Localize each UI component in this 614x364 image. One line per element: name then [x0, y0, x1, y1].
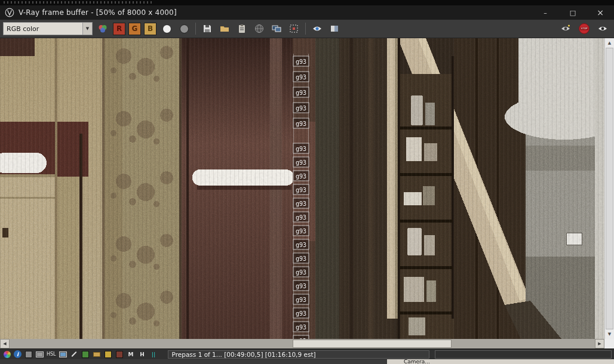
letter-h-icon[interactable]: H: [138, 350, 147, 359]
color-wheel-glyph: [4, 351, 11, 358]
window-controls: – □ ×: [532, 5, 614, 20]
bucket-label: g93: [296, 283, 306, 289]
color-circles-icon: [97, 23, 108, 34]
letter-m-icon[interactable]: M: [127, 350, 136, 359]
eye-icon: [597, 23, 608, 34]
eye-star-icon: [560, 23, 571, 34]
gray-circle-icon: [180, 24, 189, 33]
copy-to-clipboard-button[interactable]: [235, 21, 249, 36]
panel-icon: [329, 23, 340, 34]
bucket-label: g93: [296, 74, 306, 81]
yellow-swatch-glyph: [105, 351, 112, 358]
color-clamp-button[interactable]: [310, 21, 324, 36]
track-mouse-button[interactable]: [252, 21, 266, 36]
bucket-label: g93: [296, 173, 306, 180]
vertical-scroll-thumb[interactable]: [606, 48, 613, 329]
toolbar-separator: [305, 23, 306, 35]
render-button[interactable]: [595, 21, 610, 36]
bucket-label: g93: [296, 146, 306, 152]
region-icon: [288, 23, 299, 34]
minimize-button[interactable]: –: [532, 5, 559, 20]
green-channel-button[interactable]: G: [128, 23, 141, 35]
pencil-icon[interactable]: [70, 350, 79, 359]
channel-select[interactable]: RGB color ▼: [3, 22, 93, 35]
scroll-down-button[interactable]: ▼: [605, 329, 614, 339]
clipboard-icon: [237, 23, 247, 34]
scroll-left-button[interactable]: ◀: [0, 339, 10, 348]
render-image: g93g93g93g93g93g93g93g93g93g93g93g93g93g…: [0, 38, 604, 339]
folder-icon[interactable]: [93, 350, 102, 359]
statusbar: i HSL M H || Prepass 1 of 1... [00:49:00…: [0, 348, 614, 359]
folder-glyph: [93, 352, 100, 357]
chevron-down-icon: ▼: [82, 23, 92, 35]
info-icon[interactable]: i: [14, 350, 22, 358]
bucket-label: g93: [296, 90, 306, 96]
bucket-label: g93: [296, 121, 306, 127]
bucket-label: g93: [296, 228, 306, 235]
window-title: V-Ray frame buffer - [50% of 8000 x 4000…: [19, 8, 177, 17]
close-button[interactable]: ×: [587, 5, 614, 20]
monitor-icon[interactable]: [35, 350, 44, 359]
background-app-fragment: Camera...: [387, 359, 614, 364]
statusbar-right-panel: [435, 350, 612, 359]
pause-icon[interactable]: ||: [149, 350, 158, 359]
floppy-icon: [202, 23, 213, 34]
bucket-label: g93: [296, 214, 306, 221]
folder-icon: [219, 23, 230, 34]
horizontal-scrollbar[interactable]: ◀ ▶: [0, 339, 614, 348]
green-swatch-glyph: [82, 351, 89, 358]
yellow-swatch-icon[interactable]: [104, 350, 113, 359]
gray-swatch-glyph: [25, 351, 32, 358]
maximize-button[interactable]: □: [559, 5, 587, 20]
monitor-glyph: [36, 351, 44, 357]
blue-channel-button[interactable]: B: [144, 23, 156, 35]
green-swatch-icon[interactable]: [81, 350, 90, 359]
toolbar: RGB color ▼ R G B: [0, 20, 614, 38]
render-last-button[interactable]: [558, 21, 573, 36]
render-region-button[interactable]: [287, 21, 301, 36]
bucket-label: g93: [296, 324, 306, 331]
monitor-blue-icon[interactable]: [59, 350, 67, 359]
scroll-right-button[interactable]: ▶: [595, 339, 604, 348]
gray-swatch-icon[interactable]: [24, 350, 33, 359]
bucket-label: g93: [296, 105, 306, 112]
pencil-glyph: [71, 351, 76, 357]
vertical-scrollbar[interactable]: ▲ ▼: [604, 38, 614, 339]
monitor-blue-glyph: [59, 351, 67, 357]
vray-frame-buffer-window: V-Ray frame buffer - [50% of 8000 x 4000…: [0, 0, 614, 364]
horizontal-scroll-thumb[interactable]: [293, 340, 452, 348]
stop-render-button[interactable]: STOP: [577, 21, 591, 36]
toolbar-right-group: STOP: [558, 21, 611, 36]
bucket-label: g93: [296, 269, 306, 276]
stop-label: STOP: [581, 27, 588, 30]
globe-icon: [254, 23, 265, 34]
scroll-up-button[interactable]: ▲: [605, 38, 614, 48]
blue-eye-icon: [312, 23, 323, 34]
render-viewport[interactable]: g93g93g93g93g93g93g93g93g93g93g93g93g93g…: [0, 38, 614, 339]
bucket-label: g93: [296, 255, 306, 262]
color-wheel-icon[interactable]: [2, 350, 11, 359]
maroon-swatch-icon[interactable]: [115, 350, 124, 359]
camera-label: Camera...: [404, 359, 430, 364]
bucket-label: g93: [296, 187, 306, 193]
scrollbar-corner: [604, 339, 614, 348]
pixel-info-button[interactable]: [327, 21, 342, 36]
bucket-label: g93: [296, 159, 306, 166]
background-window-strip: [0, 0, 614, 5]
bottom-edge-strip: Camera...: [0, 359, 614, 364]
toolbar-separator: [195, 23, 196, 35]
render-progress-status: Prepass 1 of 1... [00:49:00,5] [01:16:10…: [168, 350, 429, 359]
maroon-swatch-glyph: [116, 351, 123, 358]
hsl-button[interactable]: HSL: [47, 350, 56, 359]
color-channels-button[interactable]: [96, 21, 110, 36]
load-image-button[interactable]: [217, 21, 232, 36]
channel-select-value: RGB color: [4, 25, 82, 33]
save-image-button[interactable]: [200, 21, 214, 36]
bucket-label: g93: [296, 58, 306, 65]
red-channel-button[interactable]: R: [113, 23, 125, 35]
duplicate-to-host-button[interactable]: [269, 21, 284, 36]
alpha-button[interactable]: [177, 21, 191, 36]
monochromatic-button[interactable]: [159, 21, 174, 36]
bucket-label: g93: [296, 297, 306, 303]
bucket-label: g93: [296, 200, 306, 207]
